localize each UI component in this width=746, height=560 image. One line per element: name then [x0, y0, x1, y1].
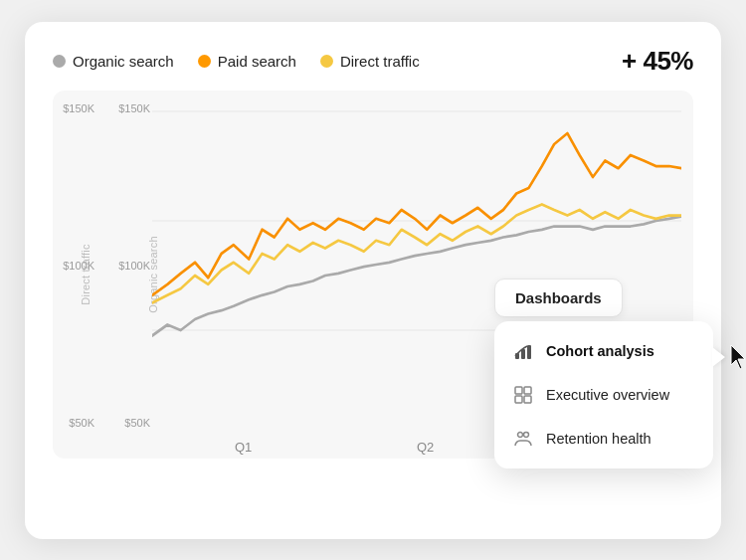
y-label-150k-right: $150K — [118, 102, 156, 114]
legend-row: Organic search Paid search Direct traffi… — [53, 46, 693, 77]
svg-point-11 — [524, 432, 529, 437]
chart-bar-icon — [512, 340, 534, 362]
direct-dot — [320, 55, 333, 68]
retention-label: Retention health — [546, 431, 652, 447]
main-card: Organic search Paid search Direct traffi… — [25, 22, 721, 539]
dropdown-menu: Cohort analysis Executive overview — [494, 321, 713, 468]
y-labels-left: $150K $100K $50K — [53, 91, 100, 429]
y-label-150k-left: $150K — [63, 102, 100, 114]
x-label-q2: Q2 — [417, 440, 434, 455]
organic-label: Organic search — [73, 53, 174, 70]
dashboards-button[interactable]: Dashboards — [494, 279, 623, 317]
y-labels-right: $150K $100K $50K — [104, 91, 156, 429]
organic-dot — [53, 55, 66, 68]
chart-area: Direct traffic $150K $100K $50K Organic … — [53, 91, 693, 459]
cursor-arrow-icon — [727, 343, 746, 377]
paid-label: Paid search — [218, 53, 296, 70]
executive-label: Executive overview — [546, 387, 669, 403]
svg-rect-5 — [527, 345, 531, 359]
svg-point-10 — [518, 432, 523, 437]
svg-rect-9 — [524, 396, 531, 403]
legend-paid: Paid search — [198, 53, 296, 70]
grid-icon — [512, 384, 534, 406]
cohort-label: Cohort analysis — [546, 343, 654, 359]
svg-rect-6 — [515, 387, 522, 394]
dashboards-popup: Dashboards Cohort analysis — [494, 279, 713, 468]
y-label-100k-left: $100K — [63, 260, 100, 272]
menu-item-executive[interactable]: Executive overview — [494, 373, 713, 417]
y-label-50k-left: $50K — [69, 417, 100, 429]
legend-direct: Direct traffic — [320, 53, 420, 70]
svg-rect-7 — [524, 387, 531, 394]
people-icon — [512, 428, 534, 450]
direct-label: Direct traffic — [340, 53, 420, 70]
percent-change: + 45% — [622, 46, 693, 77]
x-label-q1: Q1 — [235, 440, 252, 455]
menu-item-cohort[interactable]: Cohort analysis — [494, 329, 713, 373]
paid-dot — [198, 55, 211, 68]
menu-item-retention[interactable]: Retention health — [494, 417, 713, 461]
svg-rect-4 — [521, 349, 525, 359]
svg-rect-8 — [515, 396, 522, 403]
legend-organic: Organic search — [53, 53, 174, 70]
y-label-100k-right: $100K — [118, 260, 156, 272]
